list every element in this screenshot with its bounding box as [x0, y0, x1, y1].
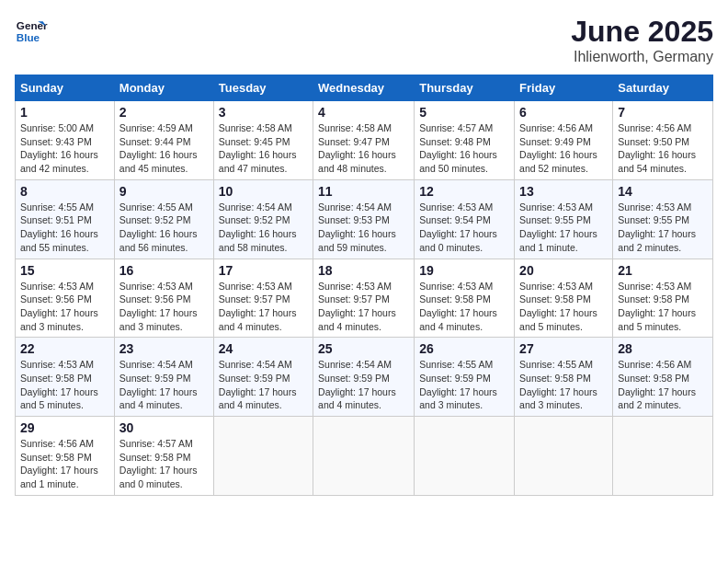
- day-info: Sunrise: 4:57 AM Sunset: 9:58 PM Dayligh…: [119, 437, 209, 491]
- calendar-cell: 5Sunrise: 4:57 AM Sunset: 9:48 PM Daylig…: [415, 101, 515, 180]
- day-number: 8: [20, 184, 109, 199]
- weekday-header-sunday: Sunday: [16, 75, 115, 101]
- day-info: Sunrise: 4:53 AM Sunset: 9:54 PM Dayligh…: [419, 201, 509, 255]
- weekday-header-saturday: Saturday: [613, 75, 713, 101]
- day-number: 23: [119, 341, 209, 356]
- day-info: Sunrise: 4:53 AM Sunset: 9:58 PM Dayligh…: [519, 280, 608, 334]
- day-info: Sunrise: 4:55 AM Sunset: 9:58 PM Dayligh…: [519, 358, 608, 412]
- calendar-cell: 21Sunrise: 4:53 AM Sunset: 9:58 PM Dayli…: [613, 259, 713, 338]
- weekday-header-monday: Monday: [114, 75, 213, 101]
- day-info: Sunrise: 4:55 AM Sunset: 9:51 PM Dayligh…: [20, 201, 109, 255]
- calendar-cell: 30Sunrise: 4:57 AM Sunset: 9:58 PM Dayli…: [114, 417, 213, 496]
- month-title: June 2025: [571, 15, 713, 49]
- day-info: Sunrise: 4:53 AM Sunset: 9:57 PM Dayligh…: [318, 280, 409, 334]
- day-info: Sunrise: 4:54 AM Sunset: 9:53 PM Dayligh…: [318, 201, 409, 255]
- calendar-week-row: 15Sunrise: 4:53 AM Sunset: 9:56 PM Dayli…: [16, 259, 713, 338]
- calendar-cell: 3Sunrise: 4:58 AM Sunset: 9:45 PM Daylig…: [213, 101, 313, 180]
- day-info: Sunrise: 4:55 AM Sunset: 9:59 PM Dayligh…: [419, 358, 509, 412]
- calendar-cell: 29Sunrise: 4:56 AM Sunset: 9:58 PM Dayli…: [16, 417, 115, 496]
- day-number: 29: [20, 420, 109, 435]
- day-info: Sunrise: 4:58 AM Sunset: 9:47 PM Dayligh…: [318, 121, 409, 176]
- day-number: 20: [519, 263, 608, 278]
- day-number: 13: [519, 184, 608, 199]
- calendar-cell: 23Sunrise: 4:54 AM Sunset: 9:59 PM Dayli…: [114, 338, 213, 417]
- day-number: 22: [20, 341, 109, 356]
- day-number: 28: [618, 341, 708, 356]
- day-number: 5: [419, 105, 509, 120]
- day-info: Sunrise: 4:56 AM Sunset: 9:58 PM Dayligh…: [20, 437, 109, 491]
- calendar-cell: 16Sunrise: 4:53 AM Sunset: 9:56 PM Dayli…: [114, 259, 213, 338]
- calendar-cell: [213, 417, 313, 496]
- header: General Blue June 2025 Ihlienworth, Germ…: [15, 15, 713, 65]
- day-number: 18: [318, 263, 409, 278]
- day-number: 21: [618, 263, 708, 278]
- calendar-cell: [515, 417, 613, 496]
- calendar-cell: 24Sunrise: 4:54 AM Sunset: 9:59 PM Dayli…: [213, 338, 313, 417]
- day-number: 7: [618, 105, 708, 120]
- day-number: 17: [219, 263, 308, 278]
- day-number: 9: [119, 184, 209, 199]
- day-number: 1: [20, 105, 109, 120]
- day-info: Sunrise: 4:54 AM Sunset: 9:52 PM Dayligh…: [219, 201, 308, 255]
- calendar-cell: 2Sunrise: 4:59 AM Sunset: 9:44 PM Daylig…: [114, 101, 213, 180]
- calendar-cell: 22Sunrise: 4:53 AM Sunset: 9:58 PM Dayli…: [16, 338, 115, 417]
- calendar-cell: 13Sunrise: 4:53 AM Sunset: 9:55 PM Dayli…: [515, 179, 613, 259]
- title-area: June 2025 Ihlienworth, Germany: [571, 15, 713, 65]
- day-info: Sunrise: 4:53 AM Sunset: 9:56 PM Dayligh…: [20, 280, 109, 334]
- day-info: Sunrise: 4:53 AM Sunset: 9:58 PM Dayligh…: [20, 358, 109, 412]
- day-number: 6: [519, 105, 608, 120]
- day-info: Sunrise: 4:54 AM Sunset: 9:59 PM Dayligh…: [119, 358, 209, 412]
- day-info: Sunrise: 4:53 AM Sunset: 9:55 PM Dayligh…: [519, 201, 608, 255]
- day-info: Sunrise: 4:53 AM Sunset: 9:57 PM Dayligh…: [219, 280, 308, 334]
- calendar-cell: 19Sunrise: 4:53 AM Sunset: 9:58 PM Dayli…: [415, 259, 515, 338]
- day-number: 26: [419, 341, 509, 356]
- day-info: Sunrise: 4:53 AM Sunset: 9:58 PM Dayligh…: [419, 280, 509, 334]
- day-number: 10: [219, 184, 308, 199]
- calendar-cell: 18Sunrise: 4:53 AM Sunset: 9:57 PM Dayli…: [313, 259, 415, 338]
- calendar-week-row: 22Sunrise: 4:53 AM Sunset: 9:58 PM Dayli…: [16, 338, 713, 417]
- calendar-cell: [613, 417, 713, 496]
- location-title: Ihlienworth, Germany: [571, 49, 713, 65]
- day-number: 24: [219, 341, 308, 356]
- weekday-header-wednesday: Wednesday: [313, 75, 415, 101]
- calendar-cell: 28Sunrise: 4:56 AM Sunset: 9:58 PM Dayli…: [613, 338, 713, 417]
- svg-text:General: General: [17, 19, 48, 31]
- day-info: Sunrise: 4:58 AM Sunset: 9:45 PM Dayligh…: [219, 121, 308, 176]
- calendar-cell: 25Sunrise: 4:54 AM Sunset: 9:59 PM Dayli…: [313, 338, 415, 417]
- day-number: 25: [318, 341, 409, 356]
- calendar-cell: 14Sunrise: 4:53 AM Sunset: 9:55 PM Dayli…: [613, 179, 713, 259]
- day-number: 30: [119, 420, 209, 435]
- calendar-cell: 10Sunrise: 4:54 AM Sunset: 9:52 PM Dayli…: [213, 179, 313, 259]
- day-number: 12: [419, 184, 509, 199]
- day-info: Sunrise: 4:55 AM Sunset: 9:52 PM Dayligh…: [119, 201, 209, 255]
- day-info: Sunrise: 4:54 AM Sunset: 9:59 PM Dayligh…: [219, 358, 308, 412]
- day-info: Sunrise: 4:53 AM Sunset: 9:55 PM Dayligh…: [618, 201, 708, 255]
- calendar-week-row: 8Sunrise: 4:55 AM Sunset: 9:51 PM Daylig…: [16, 179, 713, 259]
- calendar-cell: 11Sunrise: 4:54 AM Sunset: 9:53 PM Dayli…: [313, 179, 415, 259]
- day-info: Sunrise: 4:53 AM Sunset: 9:56 PM Dayligh…: [119, 280, 209, 334]
- calendar-table: SundayMondayTuesdayWednesdayThursdayFrid…: [15, 75, 713, 496]
- day-info: Sunrise: 4:56 AM Sunset: 9:50 PM Dayligh…: [618, 121, 708, 176]
- day-number: 27: [519, 341, 608, 356]
- calendar-week-row: 29Sunrise: 4:56 AM Sunset: 9:58 PM Dayli…: [16, 417, 713, 496]
- calendar-cell: 8Sunrise: 4:55 AM Sunset: 9:51 PM Daylig…: [16, 179, 115, 259]
- day-number: 4: [318, 105, 409, 120]
- calendar-cell: 4Sunrise: 4:58 AM Sunset: 9:47 PM Daylig…: [313, 101, 415, 180]
- day-info: Sunrise: 4:57 AM Sunset: 9:48 PM Dayligh…: [419, 121, 509, 176]
- calendar-cell: 27Sunrise: 4:55 AM Sunset: 9:58 PM Dayli…: [515, 338, 613, 417]
- day-info: Sunrise: 4:53 AM Sunset: 9:58 PM Dayligh…: [618, 280, 708, 334]
- day-number: 16: [119, 263, 209, 278]
- day-info: Sunrise: 4:56 AM Sunset: 9:49 PM Dayligh…: [519, 121, 608, 176]
- svg-text:Blue: Blue: [17, 31, 40, 43]
- day-info: Sunrise: 4:59 AM Sunset: 9:44 PM Dayligh…: [119, 121, 209, 176]
- day-number: 2: [119, 105, 209, 120]
- calendar-cell: [415, 417, 515, 496]
- calendar-cell: 1Sunrise: 5:00 AM Sunset: 9:43 PM Daylig…: [16, 101, 115, 180]
- weekday-header-friday: Friday: [515, 75, 613, 101]
- calendar-cell: [313, 417, 415, 496]
- day-info: Sunrise: 4:56 AM Sunset: 9:58 PM Dayligh…: [618, 358, 708, 412]
- day-info: Sunrise: 4:54 AM Sunset: 9:59 PM Dayligh…: [318, 358, 409, 412]
- day-number: 14: [618, 184, 708, 199]
- logo: General Blue: [15, 15, 48, 48]
- calendar-cell: 17Sunrise: 4:53 AM Sunset: 9:57 PM Dayli…: [213, 259, 313, 338]
